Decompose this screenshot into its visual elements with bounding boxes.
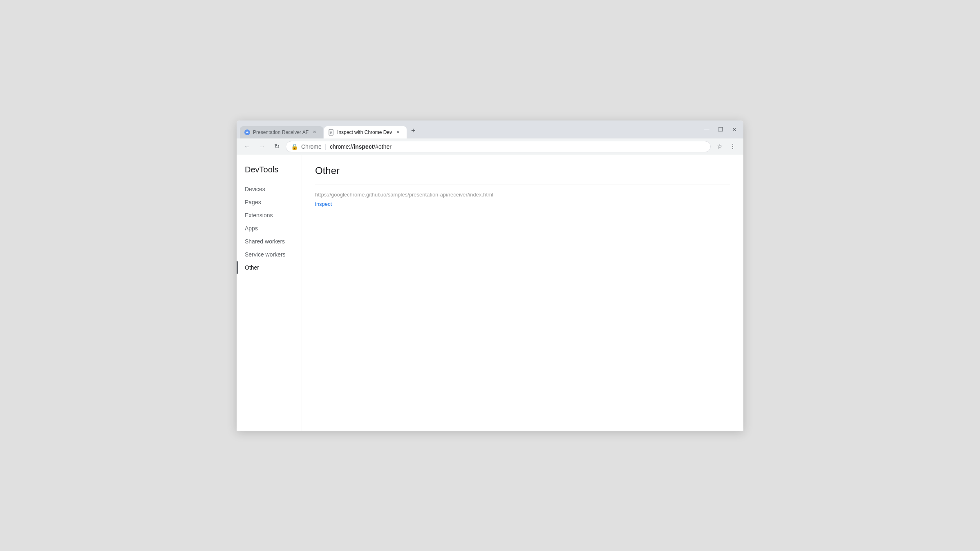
tab-inspect-devtools[interactable]: Inspect with Chrome Dev ✕ [324, 126, 407, 138]
url-highlight: inspect [354, 143, 374, 150]
sidebar-pages-label: Pages [245, 199, 261, 205]
url-bar[interactable]: 🔒 Chrome | chrome://inspect/#other [286, 141, 711, 152]
sidebar-shared-workers-label: Shared workers [245, 238, 285, 245]
sidebar-item-service-workers[interactable]: Service workers [237, 248, 302, 261]
other-item: https://googlechrome.github.io/samples/p… [315, 192, 730, 207]
page-title: Other [315, 165, 730, 176]
sidebar-item-shared-workers[interactable]: Shared workers [237, 235, 302, 248]
tab-1-close[interactable]: ✕ [311, 129, 318, 136]
new-tab-button[interactable]: + [407, 125, 419, 137]
section-divider [315, 185, 730, 185]
sidebar-item-devices[interactable]: Devices [237, 183, 302, 196]
reload-button[interactable]: ↻ [271, 141, 282, 152]
url-text: chrome://inspect/#other [330, 143, 392, 150]
tab-2-close[interactable]: ✕ [394, 129, 401, 136]
maximize-button[interactable]: ❐ [715, 124, 726, 135]
sidebar-service-workers-label: Service workers [245, 251, 286, 258]
address-bar: ← → ↻ 🔒 Chrome | chrome://inspect/#other… [237, 138, 743, 155]
minimize-button[interactable]: — [701, 124, 712, 135]
bookmark-button[interactable]: ☆ [714, 141, 725, 152]
sidebar-item-apps[interactable]: Apps [237, 222, 302, 235]
tab-2-title: Inspect with Chrome Dev [337, 129, 392, 135]
document-icon [328, 129, 335, 136]
sidebar: DevTools Devices Pages Extensions Apps S… [237, 155, 302, 431]
inspect-link[interactable]: inspect [315, 201, 332, 207]
close-button[interactable]: ✕ [729, 124, 740, 135]
security-icon: 🔒 [291, 143, 298, 150]
tab-1-title: Presentation Receiver AF [253, 129, 309, 135]
window-controls: — ❐ ✕ [701, 124, 740, 138]
sidebar-title: DevTools [237, 165, 302, 183]
url-brand: Chrome [301, 143, 322, 150]
forward-button[interactable]: → [256, 141, 268, 152]
tab-presentation-receiver[interactable]: Presentation Receiver AF ✕ [240, 126, 323, 138]
sidebar-item-other[interactable]: Other [237, 261, 302, 274]
url-prefix: chrome:// [330, 143, 354, 150]
address-actions: ☆ ⋮ [714, 141, 738, 152]
url-divider: | [325, 143, 327, 150]
main-panel: Other https://googlechrome.github.io/sam… [302, 155, 743, 431]
sidebar-item-extensions[interactable]: Extensions [237, 209, 302, 222]
sidebar-other-label: Other [245, 264, 259, 271]
browser-window: Presentation Receiver AF ✕ Inspect with … [237, 120, 743, 431]
sidebar-item-pages[interactable]: Pages [237, 196, 302, 209]
item-url: https://googlechrome.github.io/samples/p… [315, 192, 730, 198]
puzzle-icon [244, 129, 251, 136]
menu-button[interactable]: ⋮ [727, 141, 738, 152]
sidebar-apps-label: Apps [245, 225, 258, 232]
title-bar: Presentation Receiver AF ✕ Inspect with … [237, 120, 743, 138]
sidebar-devices-label: Devices [245, 186, 265, 192]
browser-content: DevTools Devices Pages Extensions Apps S… [237, 155, 743, 431]
url-suffix: /#other [374, 143, 392, 150]
back-button[interactable]: ← [242, 141, 253, 152]
sidebar-extensions-label: Extensions [245, 212, 273, 219]
